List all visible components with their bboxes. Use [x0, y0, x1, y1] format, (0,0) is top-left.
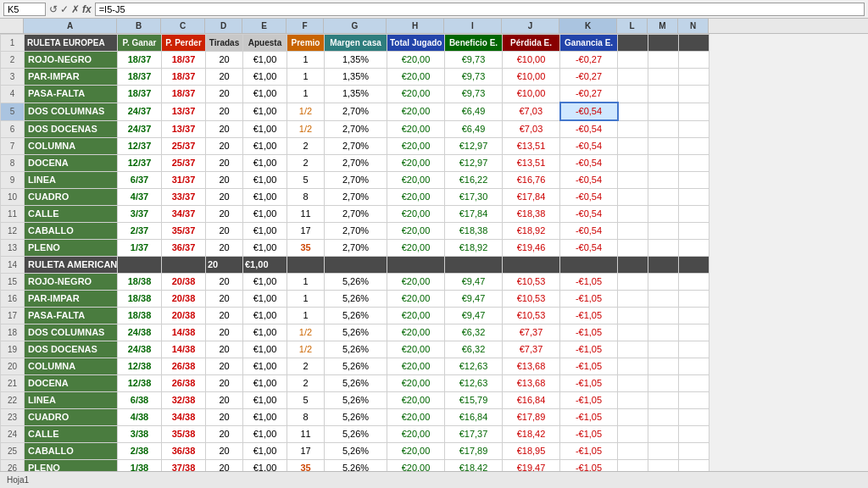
data-cell-2[interactable]: 25/37	[162, 155, 206, 172]
data-cell-11[interactable]	[618, 103, 648, 120]
data-cell-3[interactable]: 20	[206, 120, 243, 138]
data-cell-10[interactable]: -€1,05	[560, 375, 618, 392]
data-cell-0[interactable]: DOS DOCENAS	[25, 120, 118, 138]
header-cell-5[interactable]: Premio	[287, 35, 325, 52]
data-cell-1[interactable]: 1/37	[118, 240, 162, 257]
data-cell-5[interactable]: 1/2	[287, 324, 325, 341]
header-cell-11[interactable]	[618, 35, 648, 52]
data-cell-0[interactable]: PAR-IMPAR	[25, 69, 118, 86]
data-cell-5[interactable]: 1	[287, 291, 325, 308]
data-cell-6[interactable]: 5,26%	[325, 409, 387, 426]
data-cell-10[interactable]: -€1,05	[560, 443, 618, 460]
data-cell-1[interactable]: 3/37	[118, 206, 162, 223]
data-cell-12[interactable]	[648, 52, 679, 69]
data-cell-6[interactable]: 5,26%	[325, 291, 387, 308]
data-cell-13[interactable]	[679, 291, 709, 308]
data-cell-8[interactable]: €9,47	[445, 274, 503, 291]
header-cell-1[interactable]: P. Ganar	[118, 35, 162, 52]
data-cell-4[interactable]: €1,00	[243, 426, 287, 443]
data-cell-9[interactable]: €10,53	[503, 274, 560, 291]
data-cell-0[interactable]: DOS COLUMNAS	[25, 103, 118, 120]
data-cell-7[interactable]: €20,00	[387, 274, 445, 291]
data-cell-0[interactable]: LINEA	[25, 172, 118, 189]
data-cell-2[interactable]: 26/38	[162, 358, 206, 375]
data-cell-8[interactable]: €6,32	[445, 341, 503, 358]
data-cell-9[interactable]: €13,68	[503, 358, 560, 375]
data-cell-12[interactable]	[648, 324, 679, 341]
data-cell-8[interactable]: €18,92	[445, 240, 503, 257]
data-cell-8[interactable]: €16,84	[445, 409, 503, 426]
data-cell-9[interactable]: €16,84	[503, 392, 560, 409]
data-cell-8[interactable]: €6,32	[445, 324, 503, 341]
data-cell-5[interactable]: 17	[287, 443, 325, 460]
data-cell-7[interactable]: €20,00	[387, 223, 445, 240]
data-cell-9[interactable]: €18,42	[503, 426, 560, 443]
data-cell-6[interactable]: 2,70%	[325, 189, 387, 206]
data-cell-11[interactable]	[618, 189, 648, 206]
data-cell-8[interactable]: €17,37	[445, 426, 503, 443]
data-cell-3[interactable]: 20	[206, 341, 243, 358]
col-header-i[interactable]: I	[444, 19, 502, 33]
data-cell-11[interactable]	[618, 172, 648, 189]
data-cell-1[interactable]: 12/38	[118, 358, 162, 375]
data-cell-9[interactable]: €7,03	[503, 103, 560, 120]
data-cell-5[interactable]: 1	[287, 274, 325, 291]
data-cell-13[interactable]	[679, 443, 709, 460]
data-cell-11[interactable]	[618, 409, 648, 426]
header-cell-3[interactable]: Tiradas	[206, 35, 243, 52]
col-header-n[interactable]: N	[678, 19, 709, 33]
data-cell-10[interactable]: -€1,05	[560, 392, 618, 409]
data-cell-9[interactable]: €10,00	[503, 69, 560, 86]
data-cell-1[interactable]: 24/37	[118, 103, 162, 120]
data-cell-5[interactable]: 35	[287, 240, 325, 257]
data-cell-6[interactable]: 5,26%	[325, 375, 387, 392]
data-cell-7[interactable]: €20,00	[387, 375, 445, 392]
data-cell-1[interactable]: 3/38	[118, 426, 162, 443]
data-cell-7[interactable]: €20,00	[387, 120, 445, 138]
data-cell-11[interactable]	[618, 52, 648, 69]
data-cell-12[interactable]	[648, 426, 679, 443]
data-cell-13[interactable]	[679, 52, 709, 69]
col-header-k[interactable]: K	[559, 19, 617, 33]
data-cell-0[interactable]: ROJO-NEGRO	[25, 52, 118, 69]
data-cell-11[interactable]	[618, 443, 648, 460]
data-cell-10[interactable]: -€0,54	[560, 103, 618, 120]
data-cell-10[interactable]: -€1,05	[560, 324, 618, 341]
data-cell-3[interactable]: 20	[206, 86, 243, 103]
data-cell-11[interactable]	[618, 341, 648, 358]
data-cell-5[interactable]: 2	[287, 375, 325, 392]
data-cell-6[interactable]: 1,35%	[325, 69, 387, 86]
header-cell-0[interactable]: RULETA EUROPEA	[25, 35, 118, 52]
data-cell-4[interactable]: €1,00	[243, 274, 287, 291]
data-cell-0[interactable]: ROJO-NEGRO	[25, 274, 118, 291]
data-cell-2[interactable]: 13/37	[162, 120, 206, 138]
data-cell-10[interactable]: -€0,54	[560, 155, 618, 172]
data-cell-13[interactable]	[679, 240, 709, 257]
header-cell-13[interactable]	[679, 35, 709, 52]
data-cell-3[interactable]: 20	[206, 223, 243, 240]
data-cell-10[interactable]: -€1,05	[560, 274, 618, 291]
data-cell-2[interactable]: 37/38	[162, 460, 206, 472]
col-header-e[interactable]: E	[242, 19, 287, 33]
undo-icon[interactable]: ↺	[49, 3, 58, 15]
data-cell-9[interactable]: €13,51	[503, 155, 560, 172]
data-cell-0[interactable]: DOCENA	[25, 155, 118, 172]
data-cell-4[interactable]: €1,00	[243, 341, 287, 358]
data-cell-1[interactable]: 6/38	[118, 392, 162, 409]
data-cell-13[interactable]	[679, 375, 709, 392]
data-cell-8[interactable]: €17,89	[445, 443, 503, 460]
data-cell-1[interactable]: 4/37	[118, 189, 162, 206]
data-cell-3[interactable]: 20	[206, 189, 243, 206]
data-cell-0[interactable]: PASA-FALTA	[25, 308, 118, 324]
data-cell-12[interactable]	[648, 206, 679, 223]
data-cell-7[interactable]: €20,00	[387, 206, 445, 223]
data-cell-12[interactable]	[648, 358, 679, 375]
data-cell-1[interactable]: 24/37	[118, 120, 162, 138]
data-cell-0[interactable]: CALLE	[25, 206, 118, 223]
data-cell-6[interactable]: 5,26%	[325, 392, 387, 409]
data-cell-13[interactable]	[679, 426, 709, 443]
data-cell-4[interactable]: €1,00	[243, 443, 287, 460]
data-cell-7[interactable]: €20,00	[387, 52, 445, 69]
data-cell-13[interactable]	[679, 341, 709, 358]
data-cell-4[interactable]: €1,00	[243, 324, 287, 341]
